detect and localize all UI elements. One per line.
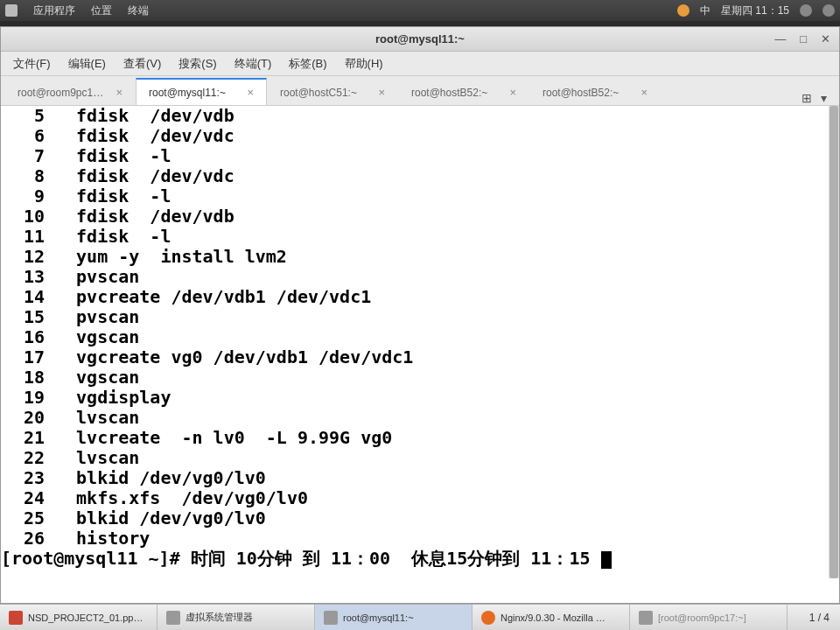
new-tab-icon[interactable]: ⊞ — [802, 91, 812, 105]
terminal-window: root@mysql11:~ — □ ✕ 文件(F) 编辑(E) 查看(V) 搜… — [0, 26, 840, 604]
history-command: vgscan — [55, 368, 839, 388]
task-icon — [9, 611, 23, 625]
scrollbar-thumb[interactable] — [830, 106, 838, 578]
history-command: fdisk /dev/vdc — [55, 126, 839, 146]
history-command: fdisk -l — [55, 227, 839, 247]
line-number: 21 — [1, 428, 55, 448]
taskbar-item[interactable]: [root@room9pc17:~] — [630, 605, 788, 630]
taskbar-item[interactable]: 虚拟系统管理器 — [158, 605, 315, 630]
window-title: root@mysql11:~ — [375, 32, 465, 46]
tab-close-icon[interactable]: × — [378, 86, 385, 99]
ime-indicator[interactable]: 中 — [700, 4, 710, 18]
scrollbar[interactable] — [829, 106, 839, 578]
tab-close-icon[interactable]: × — [116, 86, 122, 99]
history-command: fdisk /dev/vdc — [55, 166, 839, 186]
task-icon — [639, 611, 653, 625]
history-line: 24 mkfs.xfs /dev/vg0/lv0 — [1, 488, 839, 508]
taskbar-item[interactable]: Nginx/9.0.30 - Mozilla … — [472, 605, 630, 630]
history-command: pvcreate /dev/vdb1 /dev/vdc1 — [55, 287, 839, 307]
history-line: 11 fdisk -l — [1, 227, 839, 247]
history-line: 23 blkid /dev/vg0/lv0 — [1, 468, 839, 488]
history-line: 13 pvscan — [1, 267, 839, 287]
line-number: 18 — [1, 368, 55, 388]
line-number: 5 — [1, 106, 55, 126]
cursor — [601, 551, 612, 569]
line-number: 14 — [1, 287, 55, 307]
tab[interactable]: root@hostC51:~× — [267, 79, 398, 105]
history-line: 14 pvcreate /dev/vdb1 /dev/vdc1 — [1, 287, 839, 307]
power-icon[interactable] — [822, 4, 835, 17]
history-command: pvscan — [55, 307, 839, 327]
history-line: 10 fdisk /dev/vdb — [1, 206, 839, 227]
line-number: 8 — [1, 166, 55, 186]
titlebar[interactable]: root@mysql11:~ — □ ✕ — [1, 27, 839, 52]
menu-help[interactable]: 帮助(H) — [336, 52, 392, 75]
menu-terminal[interactable]: 终端 — [128, 4, 149, 18]
history-line: 20 lvscan — [1, 408, 839, 428]
line-number: 19 — [1, 388, 55, 408]
history-command: yum -y install lvm2 — [55, 247, 839, 267]
taskbar-item[interactable]: root@mysql11:~ — [315, 605, 472, 630]
terminal-viewport[interactable]: 5 fdisk /dev/vdb6 fdisk /dev/vdc7 fdisk … — [1, 106, 839, 578]
menubar: 文件(F) 编辑(E) 查看(V) 搜索(S) 终端(T) 标签(B) 帮助(H… — [1, 52, 839, 76]
history-command: lvscan — [55, 408, 839, 428]
history-command: history — [55, 528, 839, 549]
history-command: blkid /dev/vg0/lv0 — [55, 508, 839, 528]
taskbar-item[interactable]: NSD_PROJECT2_01.pp… — [0, 605, 158, 630]
line-number: 10 — [1, 206, 55, 227]
menu-places[interactable]: 位置 — [91, 4, 112, 18]
history-command: vgdisplay — [55, 388, 839, 408]
history-line: 5 fdisk /dev/vdb — [1, 106, 839, 126]
history-line: 16 vgscan — [1, 327, 839, 347]
tab-label: root@hostB52:~ — [411, 87, 487, 99]
line-number: 20 — [1, 408, 55, 428]
tab[interactable]: root@room9pc1…× — [4, 79, 136, 105]
task-label: root@mysql11:~ — [343, 612, 414, 623]
line-number: 25 — [1, 508, 55, 528]
history-line: 21 lvcreate -n lv0 -L 9.99G vg0 — [1, 428, 839, 448]
tab[interactable]: root@hostB52:~× — [529, 79, 661, 105]
history-line: 15 pvscan — [1, 307, 839, 327]
tab-label: root@room9pc1… — [18, 87, 103, 99]
line-number: 23 — [1, 468, 55, 488]
history-line: 25 blkid /dev/vg0/lv0 — [1, 508, 839, 528]
tab-close-icon[interactable]: × — [509, 86, 516, 99]
history-line: 18 vgscan — [1, 368, 839, 388]
tab[interactable]: root@hostB52:~× — [398, 79, 529, 105]
tab-label: root@mysql11:~ — [149, 87, 226, 99]
history-command: lvscan — [55, 448, 839, 468]
top-panel-right: 中 星期四 11：15 — [677, 4, 835, 18]
history-command: mkfs.xfs /dev/vg0/lv0 — [55, 488, 839, 508]
notification-icon[interactable] — [677, 4, 690, 17]
clock[interactable]: 星期四 11：15 — [721, 4, 789, 18]
tab-close-icon[interactable]: × — [247, 86, 254, 99]
menu-terminal-m[interactable]: 终端(T) — [226, 52, 281, 75]
history-command: fdisk -l — [55, 186, 839, 206]
history-line: 9 fdisk -l — [1, 186, 839, 206]
menu-tabs[interactable]: 标签(B) — [280, 52, 335, 75]
taskbar: NSD_PROJECT2_01.pp…虚拟系统管理器root@mysql11:~… — [0, 604, 840, 630]
history-command: fdisk /dev/vdb — [55, 106, 839, 126]
menu-apps[interactable]: 应用程序 — [33, 4, 75, 18]
line-number: 7 — [1, 146, 55, 166]
history-line: 7 fdisk -l — [1, 146, 839, 166]
minimize-button[interactable]: — — [771, 32, 789, 46]
close-button[interactable]: ✕ — [817, 32, 834, 46]
maximize-button[interactable]: □ — [796, 32, 810, 46]
menu-file[interactable]: 文件(F) — [4, 52, 60, 75]
line-number: 22 — [1, 448, 55, 468]
line-number: 6 — [1, 126, 55, 146]
menu-edit[interactable]: 编辑(E) — [60, 52, 115, 75]
tab[interactable]: root@mysql11:~× — [136, 78, 267, 105]
workspace-pager[interactable]: 1 / 4 — [799, 612, 840, 624]
history-command: lvcreate -n lv0 -L 9.99G vg0 — [55, 428, 839, 448]
volume-icon[interactable] — [800, 4, 812, 17]
menu-view[interactable]: 查看(V) — [115, 52, 170, 75]
tabbar-menu-icon[interactable]: ▾ — [821, 91, 827, 105]
task-icon — [166, 611, 180, 625]
task-label: NSD_PROJECT2_01.pp… — [28, 612, 143, 623]
menu-search[interactable]: 搜索(S) — [170, 52, 225, 75]
prompt-line[interactable]: [root@mysql11 ~]# 时间 10分钟 到 11：00 休息15分钟… — [1, 549, 839, 569]
tab-close-icon[interactable]: × — [640, 86, 648, 99]
apps-icon[interactable] — [5, 4, 18, 17]
